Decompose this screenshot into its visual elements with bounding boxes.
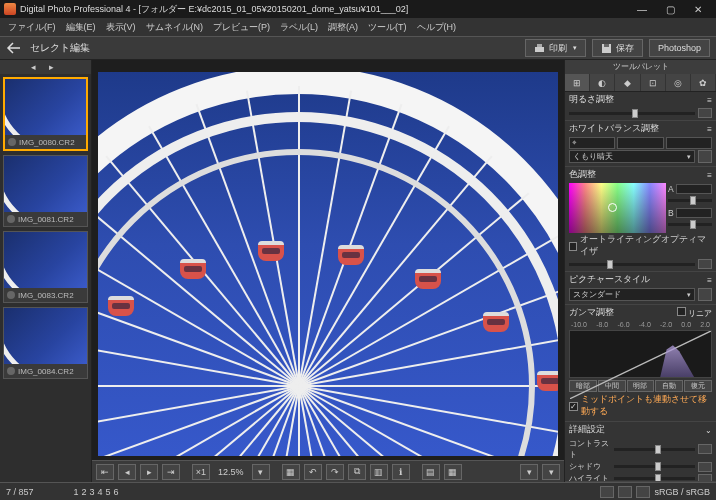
status-tool3-button[interactable] xyxy=(636,486,650,498)
menu-adjust[interactable]: 調整(A) xyxy=(324,21,362,34)
tool-palette: ツールパレット ⊞ ◐ ◆ ⊡ ◎ ✿ 明るさ調整≡ ホワイトバランス調整≡ ⌖… xyxy=(564,60,716,482)
colorspace-label: sRGB / sRGB xyxy=(654,487,710,497)
canvas-area[interactable] xyxy=(98,72,558,456)
wb-value2[interactable] xyxy=(666,137,712,149)
status-bar: 7 / 857 123456 sRGB / sRGB xyxy=(0,482,716,500)
thumb-filename: IMG_0081.CR2 xyxy=(18,215,74,224)
view-option2-button[interactable]: ▾ xyxy=(542,464,560,480)
palette-tab-settings[interactable]: ✿ xyxy=(691,74,716,91)
picstyle-combo[interactable]: スタンダード▾ xyxy=(569,288,695,301)
shadow-warn-button[interactable]: ▦ xyxy=(444,464,462,480)
back-icon[interactable] xyxy=(6,41,22,55)
zoom-dropdown[interactable]: ▾ xyxy=(252,464,270,480)
nav-prev-button[interactable]: ◂ xyxy=(118,464,136,480)
picstyle-section: ピクチャースタイル≡ スタンダード▾ xyxy=(565,272,716,305)
nav-first-button[interactable]: ⇤ xyxy=(96,464,114,480)
shadow-label: シャドウ xyxy=(569,461,611,472)
minimize-button[interactable]: ― xyxy=(628,1,656,17)
thumb-filename: IMG_0080.CR2 xyxy=(19,138,75,147)
svg-rect-1 xyxy=(537,44,542,47)
rating-dot-icon xyxy=(7,367,15,375)
thumbnail-item[interactable]: IMG_0081.CR2 xyxy=(3,155,88,227)
palette-tab-color[interactable]: ◆ xyxy=(615,74,640,91)
linear-checkbox[interactable] xyxy=(677,307,686,316)
maximize-button[interactable]: ▢ xyxy=(656,1,684,17)
thumb-prev-icon[interactable]: ◂ xyxy=(31,62,43,72)
rotate-cw-button[interactable]: ↷ xyxy=(326,464,344,480)
info-button[interactable]: ℹ xyxy=(392,464,410,480)
highlight-slider[interactable] xyxy=(614,474,712,483)
midpoint-checkbox[interactable] xyxy=(569,402,578,411)
palette-tab-tone[interactable]: ◐ xyxy=(590,74,615,91)
window-title: Digital Photo Professional 4 - [フォルダー E:… xyxy=(20,3,628,16)
brightness-slider[interactable] xyxy=(569,108,712,118)
linear-label: リニア xyxy=(688,309,712,318)
color-a-label: A xyxy=(668,184,674,194)
status-tool2-button[interactable] xyxy=(618,486,632,498)
menu-edit[interactable]: 編集(E) xyxy=(62,21,100,34)
nav-last-button[interactable]: ⇥ xyxy=(162,464,180,480)
thumb-size-slider[interactable]: 123456 xyxy=(74,487,122,497)
svg-rect-3 xyxy=(604,44,609,47)
print-label: 印刷 xyxy=(549,42,567,55)
tone-curve[interactable] xyxy=(569,330,712,378)
fit-button[interactable]: ×1 xyxy=(192,464,210,480)
gamma-label: ガンマ調整 xyxy=(569,307,614,319)
zoom-value: 12.5% xyxy=(214,467,248,477)
color-a-value[interactable] xyxy=(676,184,712,194)
save-label: 保存 xyxy=(616,42,634,55)
wb-preset-combo[interactable]: くもり晴天▾ xyxy=(569,150,695,163)
shadow-slider[interactable] xyxy=(614,462,712,472)
printer-icon xyxy=(534,43,545,54)
rotate-ccw-button[interactable]: ↶ xyxy=(304,464,322,480)
app-icon xyxy=(4,3,16,15)
picstyle-reset-button[interactable] xyxy=(698,288,712,301)
palette-title: ツールパレット xyxy=(565,60,716,74)
palette-tab-detail[interactable]: ⊡ xyxy=(641,74,666,91)
nav-next-button[interactable]: ▸ xyxy=(140,464,158,480)
wb-value[interactable] xyxy=(617,137,663,149)
menu-file[interactable]: ファイル(F) xyxy=(4,21,60,34)
menu-thumbnail[interactable]: サムネイル(N) xyxy=(142,21,208,34)
color-b-value[interactable] xyxy=(676,208,712,218)
auto-checkbox[interactable] xyxy=(569,242,577,251)
rating-dot-icon xyxy=(8,138,16,146)
thumb-filename: IMG_0083.CR2 xyxy=(18,291,74,300)
thumbnail-item[interactable]: IMG_0084.CR2 xyxy=(3,307,88,379)
status-tool1-button[interactable] xyxy=(600,486,614,498)
print-button[interactable]: 印刷▾ xyxy=(525,39,586,57)
view-option-button[interactable]: ▾ xyxy=(520,464,538,480)
grid-button[interactable]: ▦ xyxy=(282,464,300,480)
palette-tab-lens[interactable]: ◎ xyxy=(666,74,691,91)
photoshop-button[interactable]: Photoshop xyxy=(649,39,710,57)
contrast-label: コントラスト xyxy=(569,438,611,460)
top-toolbar: セレクト編集 印刷▾ 保存 Photoshop xyxy=(0,36,716,60)
menu-bar: ファイル(F) 編集(E) 表示(V) サムネイル(N) プレビュー(P) ラベ… xyxy=(0,18,716,36)
wb-label: ホワイトバランス調整 xyxy=(569,123,659,135)
color-b-slider[interactable] xyxy=(668,220,712,230)
menu-help[interactable]: ヘルプ(H) xyxy=(413,21,461,34)
menu-view[interactable]: 表示(V) xyxy=(102,21,140,34)
close-button[interactable]: ✕ xyxy=(684,1,712,17)
contrast-slider[interactable] xyxy=(614,444,712,454)
palette-tab-basic[interactable]: ⊞ xyxy=(565,74,590,91)
menu-label[interactable]: ラベル(L) xyxy=(276,21,322,34)
wb-pick-button[interactable]: ⌖ xyxy=(569,137,615,149)
highlight-warn-button[interactable]: ▤ xyxy=(422,464,440,480)
thumbnail-strip: ◂ ▸ IMG_0080.CR2 IMG_0081.CR2 IMG_0083.C… xyxy=(0,60,92,482)
compare-button[interactable]: ⧉ xyxy=(348,464,366,480)
menu-preview[interactable]: プレビュー(P) xyxy=(209,21,274,34)
thumbnail-item[interactable]: IMG_0083.CR2 xyxy=(3,231,88,303)
auto-label: オートライティングオプティマイザ xyxy=(580,234,712,258)
auto-slider[interactable] xyxy=(569,259,712,269)
histogram-button[interactable]: ▥ xyxy=(370,464,388,480)
color-a-slider[interactable] xyxy=(668,196,712,206)
save-button[interactable]: 保存 xyxy=(592,39,643,57)
thumb-next-icon[interactable]: ▸ xyxy=(49,62,61,72)
color-target[interactable] xyxy=(569,183,666,233)
menu-tools[interactable]: ツール(T) xyxy=(364,21,411,34)
picstyle-label: ピクチャースタイル xyxy=(569,274,650,286)
thumbnail-item[interactable]: IMG_0080.CR2 xyxy=(3,77,88,151)
title-bar: Digital Photo Professional 4 - [フォルダー E:… xyxy=(0,0,716,18)
detail-header: 詳細設定 xyxy=(569,424,605,436)
